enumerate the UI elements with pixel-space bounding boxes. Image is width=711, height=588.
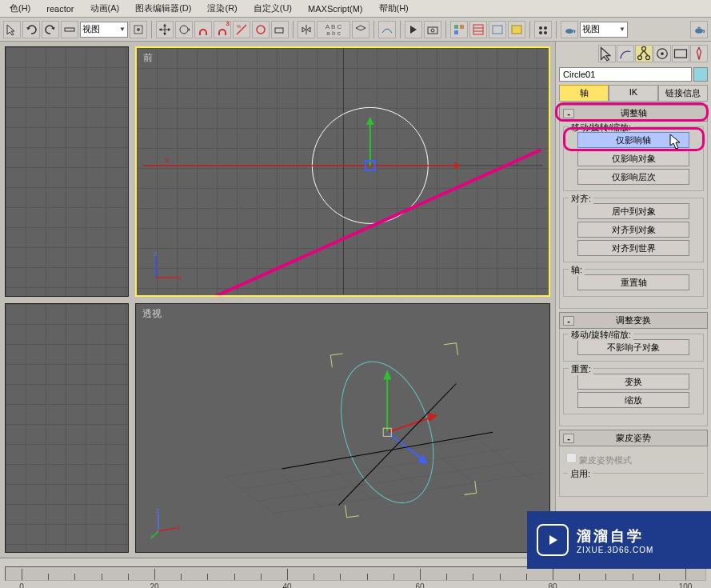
svg-point-59 bbox=[642, 46, 646, 50]
rollout-skin-pose[interactable]: 蒙皮姿势 bbox=[559, 430, 708, 446]
menu-graph[interactable]: 图表编辑器(D) bbox=[127, 1, 199, 16]
rollout-adjust-pivot[interactable]: 调整轴 bbox=[559, 105, 708, 122]
svg-line-45 bbox=[481, 441, 533, 481]
select-rotate-icon[interactable] bbox=[175, 21, 193, 38]
watermark-play-icon bbox=[537, 524, 569, 556]
svg-rect-16 bbox=[512, 26, 521, 34]
menu-maxscript[interactable]: MAXScript(M) bbox=[300, 2, 370, 15]
reset-transform-button[interactable]: 变换 bbox=[577, 374, 689, 390]
align-icon[interactable]: A B Ca b c bbox=[317, 21, 350, 38]
svg-line-38 bbox=[258, 460, 525, 501]
menu-help[interactable]: 帮助(H) bbox=[371, 1, 417, 16]
svg-point-21 bbox=[565, 29, 573, 34]
create-tab-icon[interactable] bbox=[598, 45, 616, 62]
group-move2-label: 移动/旋转/缩放: bbox=[569, 329, 633, 341]
viewport-label-front: 前 bbox=[143, 51, 153, 65]
modify-tab-icon[interactable] bbox=[617, 45, 634, 62]
select-arrow-icon[interactable] bbox=[3, 21, 21, 38]
svg-rect-0 bbox=[65, 28, 74, 31]
percent-snap-icon[interactable]: % bbox=[233, 21, 250, 38]
material-editor-icon[interactable] bbox=[469, 21, 487, 38]
menu-color[interactable]: 色(H) bbox=[2, 1, 38, 16]
svg-point-5 bbox=[257, 26, 265, 34]
ruler-tick-label: 20 bbox=[150, 582, 158, 589]
svg-line-55 bbox=[158, 528, 176, 531]
motion-tab-icon[interactable] bbox=[653, 45, 671, 62]
select-move-icon[interactable] bbox=[156, 21, 174, 38]
group-reset-label: 重置: bbox=[569, 363, 593, 375]
svg-text:%: % bbox=[237, 24, 242, 29]
svg-line-51 bbox=[282, 432, 493, 469]
viewport-bottom-left[interactable] bbox=[5, 303, 129, 554]
svg-line-41 bbox=[274, 468, 322, 507]
play-icon[interactable] bbox=[405, 21, 422, 38]
viewport-top-left[interactable] bbox=[5, 46, 129, 297]
display-tab-icon[interactable] bbox=[672, 45, 689, 62]
svg-point-63 bbox=[661, 52, 664, 55]
pivot-center-icon[interactable] bbox=[130, 21, 147, 38]
menu-animation[interactable]: 动画(A) bbox=[82, 1, 128, 16]
center-to-object-button[interactable]: 居中到对象 bbox=[577, 203, 689, 219]
command-panel: 轴 IK 链接信息 调整轴 移动/旋转/缩放: 仅影响轴 仅影响对象 仅影响层次 bbox=[555, 42, 711, 558]
main-toolbar: 视图 3 % A B Ca b c 视图 bbox=[0, 18, 711, 42]
group-align-label: 对齐: bbox=[569, 193, 593, 205]
object-name-field[interactable] bbox=[559, 67, 692, 82]
menu-customize[interactable]: 自定义(U) bbox=[246, 1, 300, 16]
render-setup-icon[interactable] bbox=[489, 21, 506, 38]
svg-rect-6 bbox=[275, 28, 283, 33]
svg-rect-10 bbox=[460, 25, 464, 29]
tab-link-info[interactable]: 链接信息 bbox=[658, 85, 708, 102]
utilities-tab-icon[interactable] bbox=[690, 45, 708, 62]
layer-manager-icon[interactable] bbox=[352, 21, 369, 38]
mirror-icon[interactable] bbox=[298, 21, 315, 38]
rollout-adjust-transform[interactable]: 调整变换 bbox=[559, 312, 708, 329]
affect-hierarchy-only-button[interactable]: 仅影响层次 bbox=[577, 169, 689, 185]
svg-line-57 bbox=[152, 531, 158, 538]
affect-object-only-button[interactable]: 仅影响对象 bbox=[577, 150, 689, 166]
spinner-snap-icon[interactable] bbox=[252, 21, 270, 38]
named-selection-icon[interactable] bbox=[271, 21, 289, 38]
reset-pivot-button[interactable]: 重置轴 bbox=[577, 274, 689, 290]
snapshot-icon[interactable] bbox=[424, 21, 441, 38]
svg-rect-23 bbox=[697, 26, 700, 28]
axis-tripod-persp: z x y bbox=[150, 507, 182, 539]
angle-snap-icon[interactable]: 3 bbox=[214, 21, 231, 38]
viewport-perspective[interactable]: 透视 bbox=[135, 303, 550, 554]
menu-render[interactable]: 渲染(R) bbox=[199, 1, 245, 16]
object-color-swatch[interactable] bbox=[693, 67, 708, 82]
svg-point-22 bbox=[695, 28, 703, 33]
tab-ik[interactable]: IK bbox=[609, 85, 658, 102]
ref-coord-dropdown[interactable]: 视图 bbox=[80, 22, 128, 38]
undo-icon[interactable] bbox=[22, 21, 40, 38]
skin-pose-mode-checkbox[interactable]: 蒙皮姿势模式 bbox=[566, 455, 632, 465]
affect-pivot-only-button[interactable]: 仅影响轴 bbox=[577, 132, 689, 148]
snap-toggle-icon[interactable] bbox=[194, 21, 212, 38]
svg-point-19 bbox=[539, 31, 542, 34]
schematic-view-icon[interactable] bbox=[450, 21, 468, 38]
svg-point-2 bbox=[137, 28, 140, 31]
ruler-tick-label: 100 bbox=[679, 582, 693, 589]
dont-affect-children-button[interactable]: 不影响子对象 bbox=[577, 339, 689, 355]
svg-point-8 bbox=[431, 29, 434, 32]
link-icon[interactable] bbox=[61, 21, 78, 38]
group-enable-label: 启用: bbox=[568, 468, 593, 480]
curve-editor-icon[interactable] bbox=[378, 21, 396, 38]
ruler-tick-label: 60 bbox=[415, 582, 424, 589]
ruler-tick-label: 40 bbox=[282, 582, 291, 589]
tab-axis[interactable]: 轴 bbox=[559, 85, 609, 102]
teapot-icon[interactable] bbox=[561, 21, 578, 38]
menu-reactor[interactable]: reactor bbox=[38, 2, 82, 15]
hierarchy-tab-icon[interactable] bbox=[635, 45, 653, 62]
align-to-object-button[interactable]: 对齐到对象 bbox=[577, 222, 689, 238]
redo-icon[interactable] bbox=[42, 21, 59, 38]
teapot2-icon[interactable] bbox=[690, 21, 708, 38]
svg-text:x: x bbox=[177, 523, 181, 531]
menu-bar: 色(H) reactor 动画(A) 图表编辑器(D) 渲染(R) 自定义(U)… bbox=[0, 0, 711, 18]
render-view-dropdown[interactable]: 视图 bbox=[580, 22, 628, 38]
reset-scale-button[interactable]: 缩放 bbox=[577, 392, 689, 408]
viewport-front[interactable]: 前 x bbox=[135, 46, 550, 297]
render-frame-icon[interactable] bbox=[508, 21, 525, 38]
align-to-world-button[interactable]: 对齐到世界 bbox=[577, 240, 689, 256]
svg-point-60 bbox=[638, 56, 642, 60]
quick-render-icon[interactable] bbox=[534, 21, 552, 38]
